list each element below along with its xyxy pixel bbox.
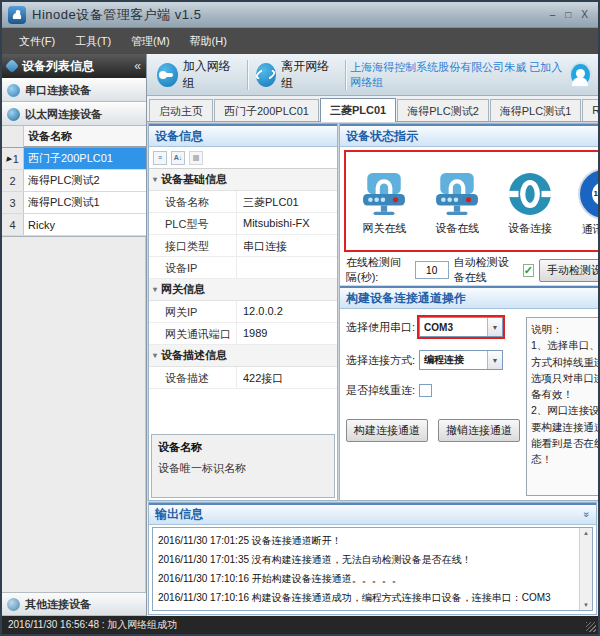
output-scrollbar[interactable]: ▲ ▼ <box>579 528 592 610</box>
device-row-name[interactable]: 西门子200PLC01 <box>24 148 146 169</box>
log-line: 2016/11/30 17:10:16 构建设备连接通道成功，编程方式连接串口设… <box>158 588 574 607</box>
sidebar-empty-area <box>2 237 146 592</box>
user-avatar-icon[interactable] <box>569 62 592 88</box>
categorized-view-icon[interactable]: ≡ <box>153 151 167 165</box>
reconnect-checkbox[interactable] <box>419 384 432 397</box>
device-row-1[interactable]: ▶1 西门子200PLC01 <box>2 148 146 170</box>
tab-siemens200plc01[interactable]: 西门子200PLC01 <box>214 99 319 121</box>
instruction-box: 说明： 1、选择串口、连接方式和掉线重连操作选项只对串口连接设备有效！ 2、网口… <box>526 317 600 496</box>
connect-mode-value: 编程连接 <box>420 353 487 367</box>
property-grid-toolbar: ≡ A↓ ▤ <box>149 147 337 169</box>
device-table-header: 设备名称 <box>2 126 146 148</box>
auto-detect-checkbox[interactable]: ✓ <box>523 264 534 277</box>
serial-port-dropdown[interactable]: COM3 ▼ <box>419 317 503 337</box>
device-list-icon <box>5 59 19 73</box>
group-device-basic-info[interactable]: ▾ 设备基础信息 <box>149 169 337 191</box>
manual-detect-button[interactable]: 手动检测设备在线 <box>539 259 600 282</box>
menu-manage[interactable]: 管理(M) <box>122 30 179 53</box>
close-button[interactable]: X <box>581 10 588 20</box>
property-row-device-description[interactable]: 设备描述 422接口 <box>149 367 337 389</box>
interval-input[interactable] <box>415 261 449 279</box>
serial-port-row: 选择使用串口: COM3 ▼ <box>346 317 520 337</box>
device-row-4[interactable]: 4 Ricky <box>2 214 146 236</box>
instruction-line: 说明： <box>531 321 600 337</box>
tab-hite-plc-test2[interactable]: 海得PLC测试2 <box>397 99 489 121</box>
user-status-text: 上海海得控制系统股份有限公司朱威 已加入网络组 <box>350 60 563 90</box>
device-row-2[interactable]: 2 海得PLC测试2 <box>2 170 146 192</box>
group-device-description[interactable]: ▾ 设备描述信息 <box>149 345 337 367</box>
reconnect-label: 是否掉线重连: <box>346 383 415 398</box>
property-row-plc-model[interactable]: PLC型号 Mitsubishi-FX <box>149 213 337 235</box>
leave-network-button[interactable]: 离开网络组 <box>252 54 342 96</box>
channel-panel-body: 选择使用串口: COM3 ▼ 选择连接方式: 编程连接 ▼ <box>340 309 600 500</box>
property-description-text: 设备唯一标识名称 <box>158 461 328 476</box>
sidebar-group-other[interactable]: 其他连接设备 <box>2 592 146 616</box>
property-row-gateway-ip[interactable]: 网关IP 12.0.0.2 <box>149 301 337 323</box>
output-collapse-icon[interactable]: » <box>582 512 593 518</box>
device-connect-label: 设备连接 <box>508 221 552 236</box>
tab-mitsubishi-plc01[interactable]: 三菱PLC01 <box>320 98 396 122</box>
connect-mode-label: 选择连接方式: <box>346 353 415 368</box>
device-connect-icon <box>507 171 553 217</box>
scrollbar-up-icon[interactable]: ▲ <box>583 528 589 538</box>
tab-hite-plc-test1[interactable]: 海得PLC测试1 <box>490 99 582 121</box>
sidebar-header: 设备列表信息 « <box>2 54 146 78</box>
sidebar-header-label: 设备列表信息 <box>22 58 94 75</box>
device-list-sidebar: 设备列表信息 « 串口连接设备 以太网连接设备 设备名称 ▶1 西门子200PL… <box>2 54 147 616</box>
status-bar-text: 2016/11/30 16:56:48 : 加入网络组成功 <box>8 618 177 632</box>
log-line: 2016/11/30 17:10:16 开始构建设备连接通道。。。。。 <box>158 569 574 588</box>
property-row-device-name[interactable]: 设备名称 三菱PLC01 <box>149 191 337 213</box>
collapse-sidebar-icon[interactable]: « <box>134 59 141 73</box>
app-window: Hinode设备管理客户端 v1.5 – □ X 文件(F) 工具(T) 管理(… <box>0 0 600 636</box>
gateway-online-icon <box>361 171 407 217</box>
dropdown-arrow-icon[interactable]: ▼ <box>487 318 502 336</box>
comm-quality-indicator: 100% 通讯质量 <box>580 170 600 237</box>
sidebar-group-serial-label: 串口连接设备 <box>25 83 91 98</box>
ethernet-group-icon <box>7 108 20 121</box>
group-gateway-info[interactable]: ▾ 网关信息 <box>149 279 337 301</box>
property-page-icon[interactable]: ▤ <box>189 151 203 165</box>
comm-quality-label: 通讯质量 <box>582 222 600 237</box>
property-row-device-ip[interactable]: 设备IP <box>149 257 337 279</box>
interval-label: 在线检测间隔(秒): <box>346 255 410 285</box>
device-row-name[interactable]: 海得PLC测试2 <box>24 170 146 191</box>
device-info-header: 设备信息 <box>149 124 337 147</box>
cancel-channel-button[interactable]: 撤销连接通道 <box>438 419 520 442</box>
gateway-online-label: 网关在线 <box>362 221 406 236</box>
device-row-3[interactable]: 3 海得PLC测试1 <box>2 192 146 214</box>
channel-panel-header: 构建设备连接通道操作 <box>340 286 600 309</box>
property-row-gateway-port[interactable]: 网关通讯端口 1989 <box>149 323 337 345</box>
instruction-line: 1、选择串口、连接方式和掉线重连操作选项只对串口连接设备有效！ <box>531 337 600 402</box>
reconnect-row: 是否掉线重连: <box>346 383 520 398</box>
build-channel-button[interactable]: 构建连接通道 <box>346 419 428 442</box>
status-indicator-box: 网关在线 设备在线 <box>344 150 600 252</box>
property-description-box: 设备名称 设备唯一标识名称 <box>151 434 335 498</box>
device-name-column-header[interactable]: 设备名称 <box>24 126 146 147</box>
sidebar-group-serial[interactable]: 串口连接设备 <box>2 78 146 102</box>
connect-mode-dropdown[interactable]: 编程连接 ▼ <box>419 350 503 370</box>
leave-network-label: 离开网络组 <box>281 58 333 92</box>
sort-az-icon[interactable]: A↓ <box>171 151 185 165</box>
tab-home[interactable]: 启动主页 <box>149 99 213 121</box>
minimize-button[interactable]: – <box>550 10 556 20</box>
dropdown-arrow-icon[interactable]: ▼ <box>487 351 502 369</box>
device-online-icon <box>434 171 480 217</box>
user-status-area: 上海海得控制系统股份有限公司朱威 已加入网络组 <box>350 60 592 90</box>
device-info-panel: 设备信息 ≡ A↓ ▤ ▾ 设备基础信息 设备名称 三菱PLC01 <box>148 123 338 501</box>
toolbar-separator <box>345 60 346 90</box>
device-row-name[interactable]: Ricky <box>24 214 146 235</box>
maximize-button[interactable]: □ <box>565 10 571 20</box>
device-row-name[interactable]: 海得PLC测试1 <box>24 192 146 213</box>
device-online-label: 设备在线 <box>435 221 479 236</box>
tab-ricky[interactable]: Ricky <box>582 99 600 121</box>
join-network-button[interactable]: 加入网络组 <box>153 54 243 96</box>
scrollbar-down-icon[interactable]: ▼ <box>583 600 589 610</box>
window-controls: – □ X <box>550 10 592 20</box>
menu-help[interactable]: 帮助(H) <box>181 30 236 53</box>
sidebar-group-ethernet[interactable]: 以太网连接设备 <box>2 102 146 126</box>
resize-grip-icon[interactable] <box>586 622 596 632</box>
menu-tools[interactable]: 工具(T) <box>66 30 120 53</box>
serial-port-label: 选择使用串口: <box>346 320 415 335</box>
property-row-interface-type[interactable]: 接口类型 串口连接 <box>149 235 337 257</box>
menu-file[interactable]: 文件(F) <box>10 30 64 53</box>
